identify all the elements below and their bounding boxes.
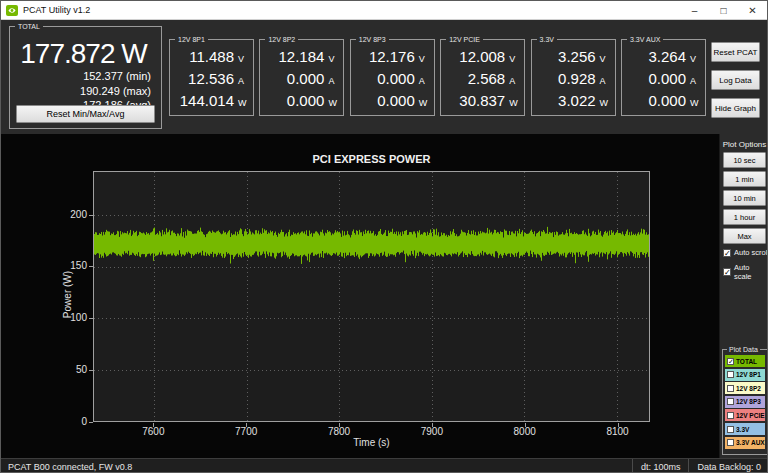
x-tick-label: 7800 [319, 426, 359, 437]
plot-range-1-hour-button[interactable]: 1 hour [723, 209, 766, 225]
sensor-voltage-unit: V [690, 54, 700, 64]
checkbox-icon [727, 439, 734, 446]
graph-area: PCI EXPRESS POWER 0501001502007600770078… [1, 134, 719, 458]
sensor-power-value: 0.000 [377, 92, 415, 109]
title-bar: PCAT Utility v1.2 – □ ✕ [1, 1, 767, 20]
x-tick-mark [525, 423, 526, 427]
plot-data-item-12v-8p1[interactable]: 12V 8P1 [725, 369, 765, 381]
plot-data-item-label: 3.3V [736, 426, 749, 433]
plot-data-label: Plot Data [727, 345, 760, 354]
sensor-panel-12v-8p1: 12V 8P111.488V12.536A144.014W [169, 39, 254, 116]
maximize-button[interactable]: □ [709, 1, 738, 19]
sensor-row-voltage: 3.256V [536, 48, 610, 68]
sensor-current-unit: A [328, 76, 338, 86]
sensor-current-value: 0.000 [287, 70, 325, 87]
sensor-row-power: 0.000W [264, 92, 338, 112]
sensor-voltage-value: 12.184 [279, 48, 325, 65]
plot-data-item-3-3v[interactable]: 3.3V [725, 423, 765, 435]
connection-status: PCAT B00 connected, FW v0.8 [1, 462, 632, 472]
x-tick-mark [618, 423, 619, 427]
minimize-button[interactable]: – [680, 1, 709, 19]
plot-data-item-label: 12V PCIE [736, 412, 765, 419]
y-tick-mark [89, 215, 93, 216]
log-data-button[interactable]: Log Data [711, 70, 760, 90]
plot-data-item-label: 12V 8P3 [736, 398, 761, 405]
auto-scale-checkbox[interactable]: ✓Auto scale [723, 263, 768, 281]
sensor-power-unit: W [690, 98, 700, 108]
plot-box [93, 171, 650, 422]
total-max: 190.249 (max) [80, 84, 151, 99]
sensor-row-power: 0.000W [626, 92, 700, 112]
window-title: PCAT Utility v1.2 [23, 5, 90, 15]
sensor-row-voltage: 11.488V [174, 48, 248, 68]
plot-range-10-sec-button[interactable]: 10 sec [723, 152, 766, 168]
checkbox-icon: ✓ [723, 249, 731, 257]
plot-range-1-min-button[interactable]: 1 min [723, 171, 766, 187]
sensor-row-voltage: 3.264V [626, 48, 700, 68]
plot-data-item-12v-8p2[interactable]: 12V 8P2 [725, 382, 765, 394]
reset-min-max-avg-button[interactable]: Reset Min/Max/Avg [16, 105, 155, 123]
sensor-panel-label: 3.3V [537, 35, 557, 44]
x-tick-label: 8100 [598, 426, 638, 437]
sensor-panel-12v-8p3: 12V 8P312.176V0.000A0.000W [350, 39, 435, 116]
y-tick-mark [89, 370, 93, 371]
y-tick-label: 50 [57, 364, 87, 375]
sensor-voltage-unit: V [419, 54, 429, 64]
sensor-voltage-value: 3.264 [648, 48, 686, 65]
sensor-voltage-unit: V [238, 54, 248, 64]
reset-pcat-button[interactable]: Reset PCAT [711, 42, 760, 62]
sensor-current-unit: A [600, 76, 610, 86]
sensor-power-value: 3.022 [558, 92, 596, 109]
sensor-current-unit: A [419, 76, 429, 86]
x-axis-label: Time (s) [93, 437, 650, 448]
sensor-power-unit: W [509, 98, 519, 108]
sensor-row-power: 3.022W [536, 92, 610, 112]
sensor-power-value: 0.000 [648, 92, 686, 109]
plot-data-panel: Plot Data ✓TOTAL12V 8P112V 8P212V 8P312V… [722, 349, 768, 455]
checkbox-icon: ✓ [723, 268, 731, 276]
x-tick-mark [153, 423, 154, 427]
checkbox-icon: ✓ [727, 358, 734, 365]
plot-range-max-button[interactable]: Max [723, 228, 766, 244]
x-tick-label: 7600 [133, 426, 173, 437]
sensor-row-current: 0.000A [626, 70, 700, 90]
checkbox-icon [727, 371, 734, 378]
plot-data-item-total[interactable]: ✓TOTAL [725, 355, 765, 367]
sensor-voltage-unit: V [509, 54, 519, 64]
sensor-current-value: 0.928 [558, 70, 596, 87]
sensor-row-current: 2.568A [445, 70, 519, 90]
sensor-panel-3-3v-aux: 3.3V AUX3.264V0.000A0.000W [621, 39, 706, 116]
y-tick-mark [89, 318, 93, 319]
sensor-power-value: 0.000 [287, 92, 325, 109]
power-chart-canvas [94, 172, 649, 421]
plot-range-10-min-button[interactable]: 10 min [723, 190, 766, 206]
checkbox-icon [727, 398, 734, 405]
checkbox-icon [727, 385, 734, 392]
plot-data-item-12v-pcie[interactable]: 12V PCIE [725, 409, 765, 421]
sensor-panel-12v-pcie: 12V PCIE12.008V2.568A30.837W [440, 39, 525, 116]
plot-data-item-3-3v-aux[interactable]: 3.3V AUX [725, 437, 765, 449]
hide-graph-button[interactable]: Hide Graph [711, 98, 760, 118]
sensor-voltage-value: 12.176 [369, 48, 415, 65]
close-button[interactable]: ✕ [738, 1, 767, 19]
sensor-row-voltage: 12.008V [445, 48, 519, 68]
auto-scroll-checkbox[interactable]: ✓Auto scroll [723, 248, 768, 257]
plot-data-item-label: TOTAL [736, 358, 757, 365]
sensor-row-power: 0.000W [355, 92, 429, 112]
sensor-panel-label: 12V 8P3 [356, 35, 389, 44]
sensor-panel-label: 12V PCIE [446, 35, 483, 44]
sensor-power-value: 30.837 [459, 92, 505, 109]
sensor-power-value: 144.014 [180, 92, 234, 109]
sensor-panel-label: 12V 8P2 [265, 35, 298, 44]
total-panel-label: TOTAL [15, 22, 43, 31]
pcat-utility-window: PCAT Utility v1.2 – □ ✕ TOTAL 177.872 W … [0, 0, 768, 473]
total-power-value: 177.872 W [14, 38, 153, 70]
chart-title: PCI EXPRESS POWER [93, 153, 650, 165]
sensor-panel-3-3v: 3.3V3.256V0.928A3.022W [531, 39, 616, 116]
plot-data-item-12v-8p3[interactable]: 12V 8P3 [725, 396, 765, 408]
sensor-panel-label: 12V 8P1 [175, 35, 208, 44]
dt-indicator: dt: 100ms [632, 459, 689, 473]
checkbox-label: Auto scroll [734, 248, 768, 257]
sensor-voltage-value: 3.256 [558, 48, 596, 65]
sensor-row-current: 12.536A [174, 70, 248, 90]
